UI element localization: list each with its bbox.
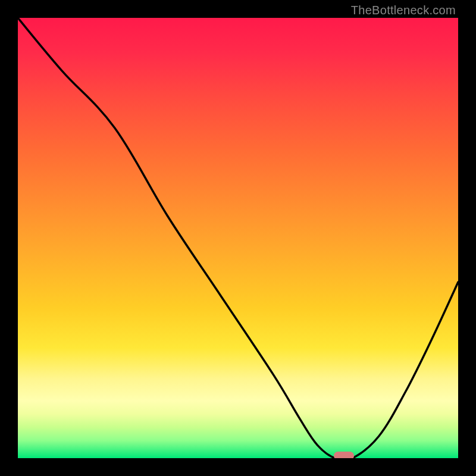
bottleneck-curve xyxy=(18,18,458,458)
chart-frame: TheBottleneck.com xyxy=(0,0,476,476)
optimal-marker xyxy=(334,452,354,458)
plot-area xyxy=(18,18,458,458)
watermark-text: TheBottleneck.com xyxy=(351,4,456,17)
